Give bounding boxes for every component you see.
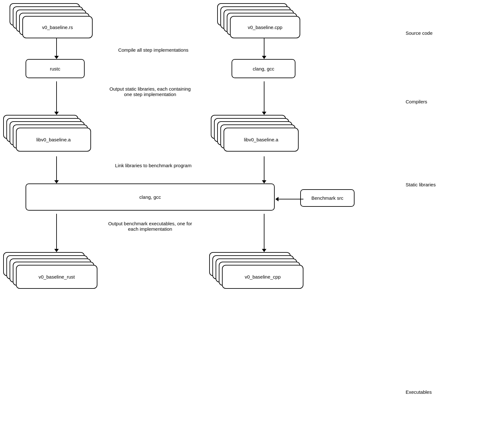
- cpp-lib-label: libv0_baseline.a: [224, 128, 299, 152]
- cpp-source-label: v0_baseline.cpp: [230, 16, 300, 38]
- arrow-benchmark-to-linker: [275, 197, 303, 201]
- benchmark-src-box: Benchmark src: [300, 189, 355, 207]
- output-executables-label: Output benchmark executables, one for ea…: [54, 221, 246, 232]
- diagram: Source code Compilers Static libraries E…: [0, 0, 504, 441]
- linker-box: clang, gcc: [26, 183, 275, 211]
- compilers-label: Compilers: [406, 99, 427, 104]
- rust-exe-label: v0_baseline_rust: [16, 265, 97, 289]
- arrow-cpp-libs-to-linker: [262, 156, 266, 183]
- executables-label: Executables: [406, 389, 432, 395]
- link-label: Link libraries to benchmark program: [64, 163, 243, 168]
- cpp-exe-label: v0_baseline_cpp: [222, 265, 303, 289]
- arrow-rust-libs-to-linker: [54, 156, 59, 183]
- arrow-linker-to-rust-exe: [54, 214, 59, 252]
- rust-source-label: v0_baseline.rs: [22, 16, 93, 38]
- static-libraries-label: Static libraries: [406, 182, 436, 187]
- rustc-box: rustc: [26, 59, 85, 78]
- arrow-rust-source-to-rustc: [54, 38, 59, 59]
- arrow-compiler-to-libs: [262, 81, 266, 115]
- clang-gcc-compiler-box: clang, gcc: [232, 59, 295, 78]
- rust-lib-label: libv0_baseline.a: [16, 128, 91, 152]
- arrow-cpp-source-to-compiler: [262, 38, 266, 59]
- source-code-label: Source code: [406, 30, 432, 36]
- arrow-linker-to-cpp-exe: [262, 214, 266, 252]
- output-libraries-label: Output static libraries, each containing…: [54, 86, 246, 97]
- compile-label: Compile all step implementations: [64, 47, 243, 53]
